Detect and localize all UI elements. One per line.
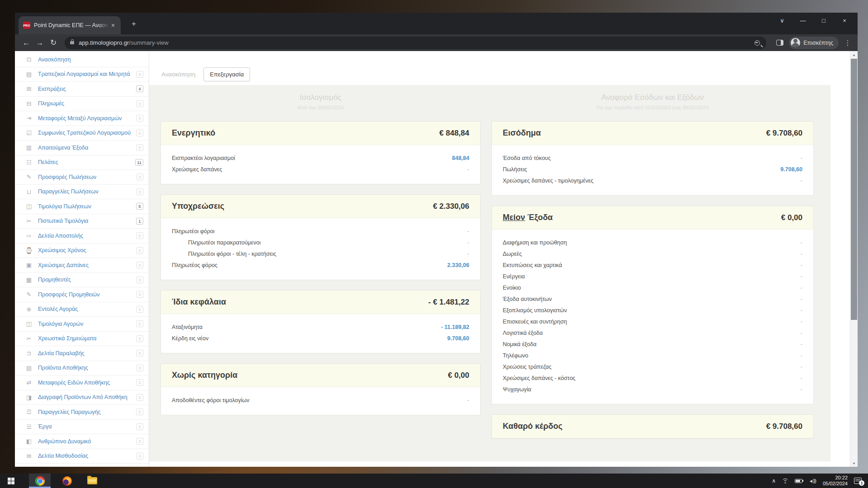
card-row: Τηλέφωνο-	[503, 350, 802, 361]
page-scrollbar[interactable]: ▲ ▼	[850, 51, 858, 467]
sidebar-item-Δελτία Παραλαβής[interactable]: ⊐Δελτία Παραλαβής0	[15, 346, 149, 361]
new-tab-button[interactable]: +	[128, 18, 140, 30]
count-badge: 0	[136, 262, 143, 268]
card-row: Πληρωτέοι φόροι - τέλη - κρατήσεις-	[172, 248, 469, 259]
sidebar-item-Δελτία Μισθοδοσίας[interactable]: ✉Δελτία Μισθοδοσίας0	[15, 449, 149, 464]
sidebar-item-label: Τιμολόγια Αγορών	[38, 321, 136, 327]
sidebar-item-label: Πληρωμές	[38, 100, 136, 107]
wifi-icon[interactable]	[782, 479, 788, 483]
sidebar-item-Τραπεζικοί Λογαριασμοί και Μετρητά[interactable]: ▤Τραπεζικοί Λογαριασμοί και Μετρητά0	[15, 67, 149, 82]
sidebar-item-Πιστωτικά Τιμολόγια[interactable]: ✂Πιστωτικά Τιμολόγια1	[15, 214, 149, 229]
sidebar-item-Έργα[interactable]: ☱Έργα0	[15, 420, 149, 435]
row-value: -	[801, 285, 802, 291]
back-icon[interactable]: ←	[19, 37, 33, 49]
sidebar-item-Εντολές Αγοράς[interactable]: ⊕Εντολές Αγοράς0	[15, 302, 149, 317]
hidden-icons-chevron-icon[interactable]: ∧	[772, 478, 776, 484]
row-value: -	[801, 155, 802, 161]
card-body: Πληρωτέοι φόροι-Πληρωτέοι παρακρατούμενο…	[161, 218, 480, 280]
scrollbar-thumb[interactable]	[851, 59, 857, 320]
sidebar-item-Προσφορές Πωλήσεων[interactable]: ✎Προσφορές Πωλήσεων0	[15, 170, 149, 185]
row-label: Διαφήμιση και προώθηση	[503, 239, 801, 246]
sidebar-item-Πληρωμές[interactable]: ⊟Πληρωμές0	[15, 97, 149, 112]
row-label: Πληρωτέος φόρος	[172, 262, 447, 268]
sidebar-item-label: Τιμολόγια Πωλήσεων	[38, 203, 136, 210]
row-value[interactable]: 848,84	[452, 155, 469, 161]
notification-badge: 1	[859, 480, 864, 486]
row-value: -	[801, 330, 802, 336]
taskbar-chrome[interactable]	[29, 474, 51, 488]
sidebar-item-label: Χρεωστικά Σημειώματα	[38, 335, 136, 342]
tab-title: Point Dynamic ΕΠΕ — Ανασκόπη	[34, 22, 109, 28]
sidebar-item-Παραγγελίες Πωλήσεων[interactable]: ⊔Παραγγελίες Πωλήσεων0	[15, 185, 149, 200]
browser-tab[interactable]: PRO Point Dynamic ΕΠΕ — Ανασκόπη ×	[19, 16, 121, 34]
address-bar[interactable]: app.timologiopro.gr/summary-view	[65, 37, 766, 49]
row-value[interactable]: - 11.189,82	[441, 324, 469, 330]
maximize-button[interactable]: □	[813, 14, 834, 27]
sidebar-item-Συμφωνίες Τραπεζικού Λογαριασμού[interactable]: ☑Συμφωνίες Τραπεζικού Λογαριασμού0	[15, 126, 149, 141]
sidebar-item-Τιμολόγια Πωλήσεων[interactable]: ◫Τιμολόγια Πωλήσεων5	[15, 199, 149, 214]
sidebar-item-Χρεώσιμες Δαπάνες[interactable]: ▣Χρεώσιμες Δαπάνες0	[15, 258, 149, 273]
stopwatch-icon: ⌚	[24, 247, 34, 254]
card-body: Διαφήμιση και προώθηση-Δωρεές-Εκτυπώσεις…	[492, 230, 813, 404]
profile-chip[interactable]: Επισκέπτης	[789, 37, 839, 49]
taskbar-firefox[interactable]	[56, 474, 78, 488]
projects-icon: ☱	[24, 423, 34, 430]
reload-icon[interactable]: ↻	[47, 37, 60, 49]
sidebar-item-Δελτία Αποστολής[interactable]: ⇨Δελτία Αποστολής0	[15, 229, 149, 244]
page-content: ⊡Ανασκόπηση▤Τραπεζικοί Λογαριασμοί και Μ…	[15, 51, 858, 467]
card-title: Καθαρό κέρδος	[503, 422, 562, 431]
tab-search-chevron-icon[interactable]: ∨	[772, 14, 793, 27]
zoom-indicator-icon[interactable]	[755, 40, 760, 46]
summary-card: Χωρίς κατηγορία€ 0,00Αποδοθέντες φόροι τ…	[160, 363, 481, 415]
sidebar-item-Προσφορές Προμηθειών[interactable]: ✎Προσφορές Προμηθειών0	[15, 287, 149, 302]
row-label: Επισκευές και συντήρηση	[503, 319, 801, 325]
sidebar-item-Παραγγελίες Παραγωγής[interactable]: ☲Παραγγελίες Παραγωγής0	[15, 405, 149, 420]
section-title: Αναφορά Εσόδων και Εξόδων	[491, 93, 814, 102]
count-badge: 0	[136, 247, 143, 254]
sidebar-item-label: Προϊόντα Αποθήκης	[38, 365, 136, 371]
sidebar-item-Τιμολόγια Αγορών[interactable]: ◫Τιμολόγια Αγορών0	[15, 317, 149, 332]
battery-icon[interactable]	[795, 479, 802, 483]
sidebar-item-Χρεώσιμος Χρόνος[interactable]: ⌚Χρεώσιμος Χρόνος0	[15, 244, 149, 258]
speaker-icon[interactable]: ◄)))	[809, 479, 816, 483]
scroll-down-icon[interactable]: ▼	[850, 460, 858, 467]
scroll-up-icon[interactable]: ▲	[850, 51, 858, 58]
sidebar-item-label: Προμηθευτές	[38, 277, 136, 283]
row-label: Χρεώσιμες δαπάνες - κόστος	[503, 375, 801, 381]
sidebar-item-Πελάτες[interactable]: ☷Πελάτες11	[15, 155, 149, 170]
minimize-button[interactable]: —	[793, 14, 813, 27]
sidebar-item-Προμηθευτές[interactable]: ▦Προμηθευτές0	[15, 273, 149, 288]
sidebar-item-label: Χρεώσιμος Χρόνος	[38, 247, 136, 253]
sidebar-item-Χρεωστικά Σημειώματα[interactable]: ✂Χρεωστικά Σημειώματα0	[15, 332, 149, 347]
sidebar-item-Μεταφορές Ειδών Αποθήκης[interactable]: ⇄Μεταφορές Ειδών Αποθήκης0	[15, 375, 149, 390]
tab-edit[interactable]: Επεξεργασία	[203, 67, 250, 81]
row-label: Αποδοθέντες φόροι τιμολογίων	[172, 397, 467, 404]
taskbar-explorer[interactable]	[81, 474, 103, 488]
sidebar-item-Προϊόντα Αποθήκης[interactable]: ▤Προϊόντα Αποθήκης0	[15, 361, 149, 376]
row-value[interactable]: 2.330,06	[447, 262, 469, 268]
menu-kebab-icon[interactable]: ⋮	[842, 39, 853, 47]
row-value: -	[801, 262, 802, 268]
taskbar-clock[interactable]: 20:22 05/02/2024	[823, 475, 848, 487]
row-value[interactable]: 9.708,60	[780, 166, 802, 173]
start-button[interactable]	[0, 474, 22, 488]
tab-overview[interactable]: Ανασκόπηση	[160, 68, 196, 81]
count-badge: 0	[136, 174, 143, 180]
row-label: Λογιστικά έξοδα	[503, 330, 801, 336]
row-label: Ψυχαγωγία	[503, 386, 801, 393]
tab-close-icon[interactable]: ×	[109, 22, 117, 29]
forward-icon[interactable]: →	[33, 37, 47, 49]
row-value[interactable]: 9.708,60	[447, 335, 469, 342]
sidebar-item-label: Συμφωνίες Τραπεζικού Λογαριασμού	[38, 130, 136, 136]
sidebar-item-Διαγραφή Προϊόντων Από Αποθήκη[interactable]: ◨Διαγραφή Προϊόντων Από Αποθήκη0	[15, 390, 149, 405]
sidebar-item-Εισπράξεις[interactable]: ⊞Εισπράξεις4	[15, 82, 149, 97]
action-center-icon[interactable]: 1	[854, 478, 862, 484]
close-button[interactable]: ×	[834, 14, 855, 27]
sidebar-item-Ανασκόπηση[interactable]: ⊡Ανασκόπηση	[15, 52, 149, 67]
sidebar-item-Μεταφορές Μεταξύ Λογαριασμών[interactable]: ⇥Μεταφορές Μεταξύ Λογαριασμών0	[15, 111, 149, 126]
scissors-icon: ✂	[24, 218, 34, 225]
sidebar-item-Απαιτούμενα Έξοδα[interactable]: ▥Απαιτούμενα Έξοδα0	[15, 141, 149, 155]
sidebar-item-Ανθρώπινο Δυναμικό[interactable]: ◧Ανθρώπινο Δυναμικό0	[15, 434, 149, 449]
lock-icon[interactable]	[70, 41, 74, 44]
side-panel-icon[interactable]	[776, 40, 783, 46]
